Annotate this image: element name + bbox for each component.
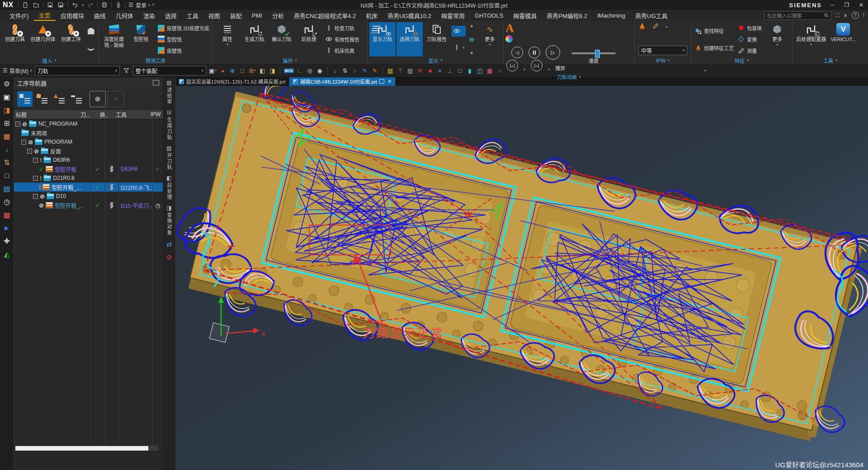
tree-row-D63R6[interactable]: -!D63R6 [14, 155, 163, 164]
docked-panel-1[interactable]: ▤进给率 [165, 80, 173, 105]
open-file-icon[interactable] [32, 1, 40, 9]
measure-button[interactable]: 测量 [736, 45, 763, 56]
depth-contour-mill-button[interactable]: 深度轮廓铣 - 陡峭 [101, 22, 127, 56]
tree-row-型腔开粗_...[interactable]: !型腔开粗_...✓D21R0.8-飞... [14, 183, 163, 192]
expander-icon[interactable]: - [33, 176, 38, 181]
group-label-feature[interactable]: 特征▾ [691, 56, 792, 64]
tab-file[interactable]: 文件(F) [5, 10, 34, 21]
close-button[interactable]: ✕ [857, 2, 865, 8]
play-reverse-button[interactable]: ◁ [511, 47, 523, 58]
select-toolpath-button[interactable]: 选择刀轨 [396, 22, 423, 56]
play-button[interactable]: ▷ [546, 45, 560, 60]
box-icon[interactable]: □ [5, 172, 9, 179]
create-feature-process-button[interactable]: 创建特征工艺 [693, 42, 735, 53]
postprocessor-config-button[interactable]: 后处理配置器▾ [794, 22, 828, 56]
transform-button[interactable]: 变换 [736, 34, 763, 45]
fullscreen-icon[interactable]: ⛶ [835, 12, 839, 19]
verify-toolpath-button[interactable]: 确认刀轨 [269, 22, 295, 56]
tree-row-D21R0.8[interactable]: -!D21R0.8 [14, 174, 163, 183]
parts-icon[interactable]: ▣ [3, 94, 10, 101]
angle-icon[interactable]: ∟ [296, 66, 304, 75]
reorder-icon[interactable]: ⇅ [4, 159, 9, 166]
tree-row-D10[interactable]: -⊘D10 [14, 192, 163, 201]
edit-orange-icon[interactable]: ✎ [371, 66, 379, 75]
red-cube-icon[interactable]: ■ [426, 66, 434, 75]
restore-button[interactable]: ❐ [843, 2, 851, 8]
orange-ring-icon[interactable]: ○ [496, 66, 504, 75]
microphone-icon[interactable] [114, 1, 123, 9]
speed-slider-thumb[interactable] [595, 50, 600, 58]
tool-up-icon[interactable]: ↑ [351, 66, 359, 75]
pin-tab-icon[interactable] [379, 79, 384, 84]
machine-tool-view-button[interactable] [34, 91, 50, 107]
tree-row-反面[interactable]: -⊘反面 [14, 146, 163, 155]
new-navigator-window-button[interactable]: ⊕ [90, 91, 106, 107]
selection-scope-select[interactable]: 刀轨▾ [35, 66, 120, 75]
part-tab-active[interactable]: 越南CSB-HRL1234W-10付反面.prt✕ [289, 77, 396, 86]
tab-19[interactable]: iMachining [592, 10, 630, 21]
tab-16[interactable]: GHTOOLS [470, 10, 508, 21]
print-icon[interactable] [100, 1, 108, 9]
properties-button[interactable]: 属性▾ [214, 22, 241, 56]
nc-logo-icon[interactable] [505, 35, 513, 42]
docked-panel-2[interactable]: ⊟生成刀轨 [165, 109, 173, 141]
selection-filter-icon[interactable] [123, 66, 130, 75]
group-label-tools[interactable]: 工具▾ [793, 56, 868, 64]
create-method-button[interactable] [86, 42, 96, 53]
minimize-button[interactable]: ─ [828, 2, 836, 8]
anchor-icon[interactable]: ⊤ [396, 66, 404, 75]
alert-icon[interactable]: ! [863, 12, 864, 19]
menu-m-button[interactable]: ☰ 菜单(M) ▾ [3, 67, 32, 75]
floor-wall-mill-button[interactable]: 底壁铣 2D底壁光底 [156, 23, 211, 33]
tab-7[interactable]: 工具 [182, 10, 203, 21]
view-style-icon[interactable]: ▣▾ [209, 66, 217, 75]
measure-diamond-icon[interactable]: ⋄ [436, 66, 444, 75]
layers-icon[interactable]: ▦ [3, 133, 10, 140]
reorder-buttons[interactable]: ▲▤▼ [467, 22, 476, 56]
pointer-icon[interactable]: ► [3, 225, 10, 232]
docked-panel-5[interactable]: ◨变换对象 [165, 205, 173, 236]
tab-18[interactable]: 燕秀PM编程8.2 [542, 10, 592, 21]
pause-button[interactable] [528, 47, 540, 58]
group-label-ipw[interactable]: IPW▾ [635, 56, 691, 64]
tab-3[interactable]: 曲线 [89, 10, 111, 21]
window-split-icon[interactable]: ◫ [476, 66, 484, 75]
tab-14[interactable]: 燕秀UG模具10.2 [382, 10, 436, 21]
annotation-a-icon[interactable]: A [505, 22, 632, 35]
delete-ix-icon[interactable]: IX [416, 66, 424, 75]
clipboard-icon[interactable]: ▥ [406, 66, 414, 75]
block-icon[interactable]: ⊘ [166, 253, 172, 261]
geometry-view-button[interactable] [52, 91, 67, 107]
mcs-display-icon[interactable]: MCS [284, 66, 294, 75]
graphics-viewport[interactable]: 韶关宏运基12N9(ZL-126)-T1.6Z-模具反面.prt 越南CSB-H… [175, 77, 868, 470]
navigator-column-header[interactable]: 标题 刀... 换.. 工具 IPW [14, 110, 163, 119]
group-label-predict[interactable]: 预测工序 [99, 56, 212, 64]
tool-swap-icon[interactable]: ⇅ [341, 66, 349, 75]
download-icon[interactable]: ↓ [5, 146, 9, 153]
close-tab-icon[interactable]: ✕ [387, 79, 392, 85]
command-search-input[interactable]: 在此输入以搜索 [764, 11, 831, 20]
undo-dropdown-icon[interactable]: ▾ [82, 3, 84, 7]
create-tool-button[interactable]: +创建刀具 [2, 22, 28, 56]
tab-10[interactable]: PMI [247, 10, 267, 21]
expander-icon[interactable]: - [33, 158, 38, 163]
tab-8[interactable]: 视图 [203, 10, 225, 21]
tool-down-icon[interactable]: ↓ [331, 66, 339, 75]
tree-row-NC_PROGRAM[interactable]: -⊘NC_PROGRAM [14, 119, 163, 128]
toolpath-report-button[interactable]: 刀轨报告 [424, 22, 450, 56]
radial-1-icon[interactable]: ◎ [306, 66, 314, 75]
docked-panel-4[interactable]: ◧后处理 [165, 175, 173, 200]
color-pie-icon[interactable]: ◕ [219, 66, 226, 75]
rgb-grid-icon[interactable]: ▩ [486, 66, 494, 75]
expander-icon[interactable]: - [27, 149, 32, 154]
move-object-icon[interactable]: ⊞▾ [249, 66, 256, 75]
cavity-mill-small-button[interactable]: 型腔铣 [156, 34, 211, 45]
group-label-animation[interactable]: 刀轨动画▾ [504, 73, 634, 80]
tab-9[interactable]: 装配 [225, 10, 247, 21]
tab-12[interactable]: 燕秀CNC超级程式单4.2 [289, 10, 361, 21]
find-feature-button[interactable]: 查找特征 [693, 25, 735, 36]
create-geometry-button[interactable]: +创建几何体 [29, 22, 57, 56]
group-label-insert[interactable]: 插入▾ [0, 56, 99, 64]
edit-section-icon[interactable]: ◨ [269, 66, 276, 75]
postprocess-button[interactable]: 后处理 [296, 22, 322, 56]
